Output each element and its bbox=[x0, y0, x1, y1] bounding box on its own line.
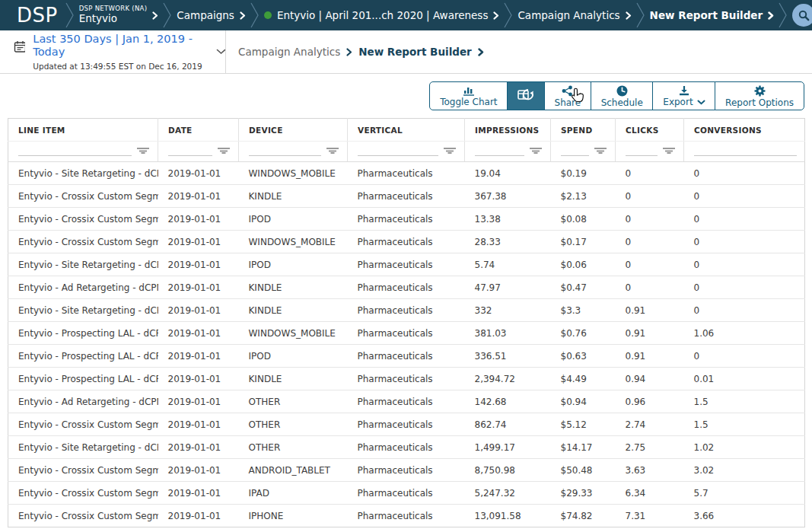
breadcrumb-new-report-builder[interactable]: New Report Builder bbox=[650, 9, 775, 21]
cell-line-item: Entyvio - Crossix Custom Segment B bbox=[8, 505, 158, 527]
cell-spend: $0.94 bbox=[551, 390, 616, 413]
cell-vertical: Pharmaceuticals bbox=[348, 390, 465, 413]
refresh-table-icon bbox=[517, 87, 535, 105]
chevron-down-icon bbox=[697, 100, 705, 105]
filter-icon[interactable] bbox=[443, 147, 457, 155]
cell-impressions: 13.38 bbox=[465, 208, 551, 231]
filter-icon[interactable] bbox=[529, 147, 543, 155]
cell-spend: $5.12 bbox=[551, 413, 616, 436]
cell-clicks: 7.31 bbox=[616, 505, 684, 527]
filter-icon[interactable] bbox=[217, 147, 231, 155]
refresh-table-button[interactable] bbox=[507, 81, 545, 110]
cell-device: KINDLE bbox=[239, 276, 348, 299]
search-button[interactable] bbox=[792, 4, 812, 27]
app-logo[interactable]: DSP bbox=[17, 4, 58, 27]
column-header-impressions[interactable]: IMPRESSIONS bbox=[465, 119, 551, 142]
filter-cell bbox=[348, 142, 465, 162]
cell-clicks: 0 bbox=[616, 253, 684, 276]
filter-input[interactable] bbox=[358, 145, 438, 156]
calendar-icon bbox=[14, 40, 25, 53]
page-breadcrumb: Campaign Analytics New Report Builder bbox=[226, 30, 484, 73]
cell-impressions: 142.68 bbox=[465, 390, 551, 413]
filter-input[interactable] bbox=[168, 145, 212, 156]
filter-icon[interactable] bbox=[594, 147, 607, 155]
cell-line-item: Entyvio - Crossix Custom Segment B bbox=[8, 459, 158, 482]
network-value: Entyvio bbox=[79, 13, 148, 25]
cell-spend: $0.19 bbox=[551, 162, 616, 185]
cell-vertical: Pharmaceuticals bbox=[348, 368, 465, 390]
schedule-button[interactable]: Schedule bbox=[591, 81, 654, 110]
filter-input[interactable] bbox=[249, 145, 321, 156]
filter-icon[interactable] bbox=[136, 147, 150, 155]
cell-date: 2019-01-01 bbox=[158, 185, 239, 208]
cell-date: 2019-01-01 bbox=[158, 482, 239, 505]
cell-clicks: 2.74 bbox=[616, 413, 684, 436]
column-header-line-item[interactable]: LINE ITEM bbox=[8, 119, 158, 142]
column-header-vertical[interactable]: VERTICAL bbox=[348, 119, 465, 142]
date-range-selector[interactable]: Last 350 Days | Jan 1, 2019 - Today Upda… bbox=[0, 30, 226, 73]
cell-clicks: 0 bbox=[616, 162, 684, 185]
column-header-clicks[interactable]: CLICKS bbox=[616, 119, 684, 142]
breadcrumb-new-report-builder-link[interactable]: New Report Builder bbox=[358, 46, 472, 58]
cell-line-item: Entyvio - Ad Retargeting - dCPM (Lar bbox=[8, 390, 158, 413]
cell-conversions: 1.5 bbox=[684, 390, 805, 413]
cell-conversions: 0 bbox=[684, 185, 805, 208]
cell-impressions: 2,394.72 bbox=[465, 368, 551, 390]
export-button[interactable]: Export bbox=[652, 81, 715, 110]
cell-date: 2019-01-01 bbox=[158, 162, 239, 185]
cell-device: OTHER bbox=[239, 390, 348, 413]
filter-icon[interactable] bbox=[662, 147, 676, 155]
breadcrumb-separator bbox=[502, 0, 514, 30]
filter-input[interactable] bbox=[626, 145, 658, 156]
table-row: Entyvio - Crossix Custom Segment B2019-0… bbox=[8, 208, 805, 231]
column-header-spend[interactable]: SPEND bbox=[551, 119, 616, 142]
cell-impressions: 8,750.98 bbox=[465, 459, 551, 482]
table-row: Entyvio - Site Retargeting - dCPM (La201… bbox=[8, 162, 805, 185]
breadcrumb-campaign-analytics[interactable]: Campaign Analytics bbox=[517, 9, 631, 21]
cell-date: 2019-01-01 bbox=[158, 368, 239, 390]
cell-date: 2019-01-01 bbox=[158, 345, 239, 368]
chevron-right-icon bbox=[768, 11, 774, 20]
updated-timestamp: Updated at 13:49:55 EST on Dec 16, 2019 bbox=[33, 62, 209, 72]
cell-vertical: Pharmaceuticals bbox=[348, 436, 465, 459]
column-header-conversions[interactable]: CONVERSIONS bbox=[684, 119, 805, 142]
cell-clicks: 0 bbox=[616, 231, 684, 253]
chevron-down-icon bbox=[216, 49, 225, 55]
breadcrumb-campaign-analytics-link[interactable]: Campaign Analytics bbox=[238, 46, 340, 58]
cell-conversions: 1.06 bbox=[684, 322, 805, 345]
cell-conversions: 3.66 bbox=[684, 505, 805, 527]
filter-input[interactable] bbox=[561, 145, 589, 156]
top-nav-bar: DSP DSP NETWORK (NA) Entyvio Campaigns E… bbox=[0, 0, 812, 30]
table-row: Entyvio - Crossix Custom Segment B2019-0… bbox=[8, 505, 805, 527]
cell-device: OTHER bbox=[239, 436, 348, 459]
cell-vertical: Pharmaceuticals bbox=[348, 208, 465, 231]
cell-line-item: Entyvio - Site Retargeting - dCPM (La bbox=[8, 162, 158, 185]
filter-icon[interactable] bbox=[326, 147, 339, 155]
toggle-chart-button[interactable]: Toggle Chart bbox=[429, 81, 508, 110]
filter-cell bbox=[684, 142, 805, 162]
filter-input[interactable] bbox=[694, 145, 797, 156]
cell-date: 2019-01-01 bbox=[158, 505, 239, 527]
breadcrumb-campaign[interactable]: Entyvio | April 201...ch 2020 | Awarenes… bbox=[264, 9, 500, 21]
filter-cell bbox=[8, 142, 158, 162]
report-options-button[interactable]: Report Options bbox=[715, 81, 804, 110]
cell-impressions: 1,499.17 bbox=[465, 436, 551, 459]
table-row: Entyvio - Crossix Custom Segment B2019-0… bbox=[8, 413, 805, 436]
cell-impressions: 367.38 bbox=[465, 185, 551, 208]
filter-input[interactable] bbox=[475, 145, 524, 156]
cell-vertical: Pharmaceuticals bbox=[348, 253, 465, 276]
campaign-label: Entyvio | April 201...ch 2020 | Awarenes… bbox=[277, 9, 489, 21]
cell-impressions: 28.33 bbox=[465, 231, 551, 253]
breadcrumb-network[interactable]: DSP NETWORK (NA) Entyvio bbox=[79, 5, 159, 24]
cell-vertical: Pharmaceuticals bbox=[348, 482, 465, 505]
filter-input[interactable] bbox=[18, 145, 132, 156]
cell-clicks: 0.96 bbox=[616, 390, 684, 413]
column-header-device[interactable]: DEVICE bbox=[239, 119, 348, 142]
share-button[interactable]: Share bbox=[544, 81, 592, 110]
cell-clicks: 0 bbox=[616, 208, 684, 231]
column-header-date[interactable]: DATE bbox=[158, 119, 239, 142]
cell-spend: $14.17 bbox=[551, 436, 616, 459]
breadcrumb-campaigns[interactable]: Campaigns bbox=[177, 9, 246, 21]
chevron-right-icon bbox=[152, 11, 158, 20]
date-range-label: Last 350 Days | Jan 1, 2019 - Today bbox=[33, 33, 209, 59]
